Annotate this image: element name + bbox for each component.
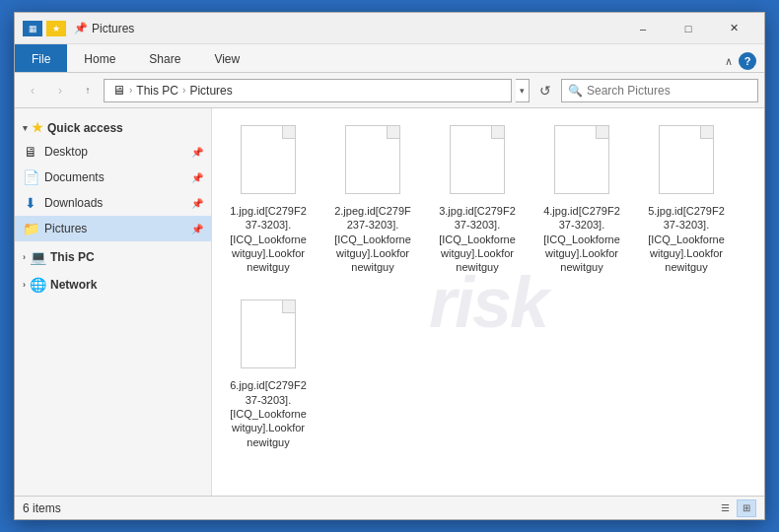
documents-label: Documents — [44, 170, 183, 184]
path-this-pc[interactable]: This PC — [136, 84, 178, 98]
ribbon: File Home Share View ∧ ? — [15, 44, 764, 73]
file-item-1[interactable]: 1.jpg.id[C279F237-3203].[ICQ_Lookfornewi… — [224, 120, 313, 279]
forward-button[interactable]: › — [48, 79, 72, 102]
path-pictures[interactable]: Pictures — [189, 84, 232, 98]
search-input[interactable] — [587, 84, 751, 98]
network-header[interactable]: › 🌐 Network — [15, 273, 211, 297]
tab-file[interactable]: File — [15, 44, 67, 72]
desktop-pin-icon: 📌 — [191, 147, 203, 158]
minimize-button[interactable]: – — [620, 13, 666, 44]
downloads-label: Downloads — [44, 196, 183, 210]
file-item-4[interactable]: 4.jpg.id[C279F237-3203].[ICQ_Lookfornewi… — [537, 120, 626, 279]
network-icon: 🌐 — [30, 277, 46, 293]
close-button[interactable]: ✕ — [711, 13, 756, 44]
ribbon-collapse-icon[interactable]: ∧ — [725, 55, 733, 68]
app-icon-yellow: ★ — [46, 21, 66, 36]
up-button[interactable]: ↑ — [76, 79, 100, 102]
pictures-pin-icon: 📌 — [191, 224, 203, 234]
address-bar: ‹ › ↑ 🖥 › This PC › Pictures ▾ ↺ 🔍 — [15, 73, 764, 108]
this-pc-header[interactable]: › 💻 This PC — [15, 245, 211, 269]
address-path[interactable]: 🖥 › This PC › Pictures — [104, 79, 512, 102]
file-icon-5 — [655, 125, 718, 200]
maximize-button[interactable]: □ — [666, 13, 711, 44]
file-explorer-window: ▦ ★ 📌 Pictures – □ ✕ File Home Share Vie… — [14, 12, 765, 520]
status-bar: 6 items ☰ ⊞ — [15, 496, 764, 519]
path-folder-icon: 🖥 — [112, 83, 125, 98]
file-icon-6 — [237, 299, 300, 374]
grid-view-button[interactable]: ⊞ — [737, 499, 756, 517]
this-pc-label: This PC — [50, 250, 95, 264]
file-name-2: 2.jpeg.id[C279F237-3203].[ICQ_Lookfornew… — [333, 204, 412, 274]
path-chevron-2: › — [182, 85, 185, 96]
path-chevron-1: › — [129, 85, 132, 96]
content-area: risk 1.jpg.id[C279F237-3203].[ICQ_Lookfo… — [212, 108, 764, 496]
file-item-6[interactable]: 6.jpg.id[C279F237-3203].[ICQ_Lookfornewi… — [224, 295, 313, 453]
downloads-pin-icon: 📌 — [191, 198, 203, 209]
quick-access-chevron: ▾ — [23, 123, 28, 133]
view-toggle: ☰ ⊞ — [715, 499, 756, 517]
ribbon-tabs: File Home Share View ∧ ? — [15, 44, 764, 72]
file-name-6: 6.jpg.id[C279F237-3203].[ICQ_Lookfornewi… — [229, 378, 308, 448]
status-item-count: 6 items — [23, 501, 61, 515]
network-section: › 🌐 Network — [15, 273, 211, 297]
tab-home[interactable]: Home — [67, 44, 132, 72]
help-button[interactable]: ? — [739, 52, 756, 70]
this-pc-chevron: › — [23, 252, 26, 262]
sidebar-item-desktop[interactable]: 🖥 Desktop 📌 — [15, 139, 211, 165]
title-bar-icons: ▦ ★ — [23, 21, 66, 36]
documents-icon: 📄 — [23, 169, 38, 185]
this-pc-section: › 💻 This PC — [15, 245, 211, 269]
list-view-button[interactable]: ☰ — [715, 499, 735, 517]
tab-share[interactable]: Share — [132, 44, 197, 72]
this-pc-icon: 💻 — [30, 249, 46, 265]
pin-icon: 📌 — [74, 22, 88, 34]
file-item-2[interactable]: 2.jpeg.id[C279F237-3203].[ICQ_Lookfornew… — [328, 120, 417, 279]
pictures-label: Pictures — [44, 222, 183, 235]
file-item-3[interactable]: 3.jpg.id[C279F237-3203].[ICQ_Lookfornewi… — [433, 120, 522, 279]
files-grid: 1.jpg.id[C279F237-3203].[ICQ_Lookfornewi… — [224, 120, 752, 454]
search-box: 🔍 — [561, 79, 758, 102]
sidebar-item-pictures[interactable]: 📁 Pictures 📌 — [15, 216, 211, 241]
documents-pin-icon: 📌 — [191, 172, 203, 183]
app-icon-blue: ▦ — [23, 21, 42, 36]
tab-view[interactable]: View — [197, 44, 256, 72]
desktop-icon: 🖥 — [23, 144, 38, 160]
file-name-5: 5.jpg.id[C279F237-3203].[ICQ_Lookfornewi… — [647, 204, 726, 274]
desktop-label: Desktop — [44, 145, 183, 159]
file-name-3: 3.jpg.id[C279F237-3203].[ICQ_Lookfornewi… — [438, 204, 517, 274]
refresh-button[interactable]: ↺ — [533, 79, 557, 102]
file-name-1: 1.jpg.id[C279F237-3203].[ICQ_Lookfornewi… — [229, 204, 308, 274]
file-item-5[interactable]: 5.jpg.id[C279F237-3203].[ICQ_Lookfornewi… — [642, 120, 731, 279]
quick-access-header[interactable]: ▾ ★ Quick access — [15, 116, 211, 139]
main-area: ▾ ★ Quick access 🖥 Desktop 📌 📄 Documents… — [15, 108, 764, 496]
quick-access-label: Quick access — [47, 121, 123, 135]
search-icon: 🔍 — [568, 84, 583, 98]
sidebar-item-documents[interactable]: 📄 Documents 📌 — [15, 165, 211, 190]
file-icon-3 — [446, 125, 509, 200]
window-controls: – □ ✕ — [620, 13, 756, 44]
quick-access-star-icon: ★ — [32, 120, 43, 135]
title-bar: ▦ ★ 📌 Pictures – □ ✕ — [15, 13, 764, 44]
network-label: Network — [50, 278, 97, 292]
file-icon-4 — [550, 125, 613, 200]
network-chevron: › — [23, 280, 26, 290]
window-title: Pictures — [92, 22, 620, 35]
sidebar-item-downloads[interactable]: ⬇ Downloads 📌 — [15, 190, 211, 216]
quick-access-section: ▾ ★ Quick access 🖥 Desktop 📌 📄 Documents… — [15, 116, 211, 241]
file-icon-2 — [341, 125, 404, 200]
pictures-icon: 📁 — [23, 221, 38, 236]
file-icon-1 — [237, 125, 300, 200]
path-dropdown-button[interactable]: ▾ — [516, 79, 530, 102]
sidebar: ▾ ★ Quick access 🖥 Desktop 📌 📄 Documents… — [15, 108, 212, 496]
back-button[interactable]: ‹ — [21, 79, 44, 102]
downloads-icon: ⬇ — [23, 195, 38, 211]
file-name-4: 4.jpg.id[C279F237-3203].[ICQ_Lookfornewi… — [542, 204, 621, 274]
